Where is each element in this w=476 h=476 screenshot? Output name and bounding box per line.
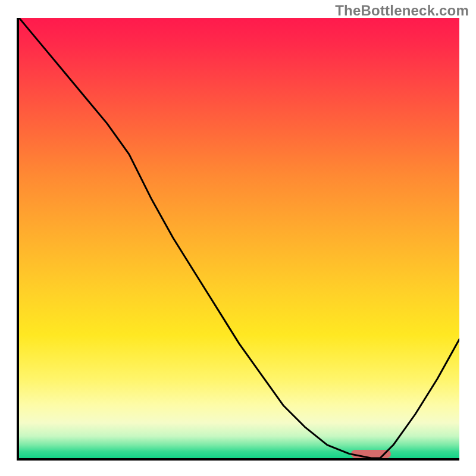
optimal-marker: [351, 450, 391, 458]
plot-area: [17, 18, 459, 461]
watermark-text: TheBottleneck.com: [335, 2, 469, 19]
background-gradient: [19, 18, 459, 458]
chart-container: TheBottleneck.com: [0, 0, 476, 476]
